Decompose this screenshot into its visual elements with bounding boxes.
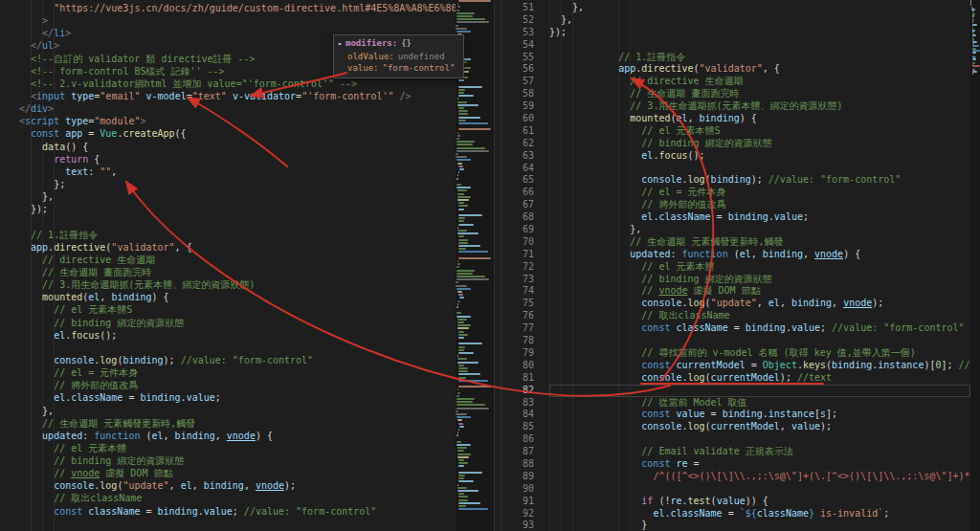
line-number[interactable]: 56 — [500, 63, 534, 76]
line-number[interactable]: 87 — [500, 446, 534, 458]
line-number[interactable]: 84 — [500, 409, 534, 421]
code-line[interactable]: "https://vue3js.cn/docs/zh/guide/custom-… — [19, 2, 456, 14]
line-number[interactable]: 74 — [500, 285, 534, 298]
code-line[interactable] — [549, 163, 970, 175]
code-line[interactable]: // 生命週期 元素觸發更新時,觸發 — [549, 236, 970, 249]
code-line[interactable]: console.log("update", el, binding, vnode… — [549, 298, 970, 310]
minimap-right[interactable] — [970, 0, 980, 531]
code-line[interactable]: }, — [549, 2, 970, 14]
line-number[interactable]: 90 — [500, 483, 534, 496]
editor-pane-left[interactable]: "https://vue3js.cn/docs/zh/guide/custom-… — [0, 0, 456, 531]
code-line[interactable]: const className = binding.value; //value… — [19, 505, 456, 518]
code-line[interactable]: const re = — [549, 458, 970, 471]
code-line[interactable]: console.log(binding); //value: "form-con… — [549, 174, 970, 187]
code-line[interactable]: }, — [549, 224, 970, 236]
code-line[interactable] — [549, 335, 970, 347]
code-line[interactable]: // binding 綁定的資源狀態 — [19, 317, 456, 329]
code-line[interactable] — [549, 39, 970, 52]
code-line[interactable]: // binding 綁定的資源狀態 — [549, 138, 970, 150]
code-line[interactable]: // binding 綁定的資源狀態 — [19, 454, 456, 467]
code-line[interactable] — [19, 215, 456, 228]
code-line[interactable]: // 1.註冊指令 — [549, 52, 970, 64]
code-area-left[interactable]: "https://vue3js.cn/docs/zh/guide/custom-… — [19, 2, 456, 530]
code-line[interactable]: console.log(currentModel); //text — [549, 372, 970, 385]
line-number[interactable]: 60 — [500, 113, 534, 125]
line-number[interactable]: 91 — [500, 496, 534, 508]
code-line[interactable]: }, — [19, 405, 456, 417]
line-number[interactable]: 62 — [500, 138, 534, 150]
code-line[interactable]: // 生命週期 畫面跑完時 — [549, 88, 970, 100]
line-number[interactable]: 76 — [500, 310, 534, 322]
code-line[interactable]: el.focus(); — [19, 329, 456, 342]
line-number[interactable]: 52 — [500, 14, 534, 27]
code-line[interactable]: }; — [19, 178, 456, 190]
line-number[interactable]: 73 — [500, 274, 534, 286]
line-number[interactable]: 89 — [500, 471, 534, 483]
code-line[interactable]: // 尋找當前的 v-model 名稱 (取得 key 值,並帶入第一個) — [549, 347, 970, 360]
line-number[interactable]: 80 — [500, 360, 534, 372]
line-number[interactable]: 79 — [500, 347, 534, 360]
code-line[interactable]: // 生命週期 畫面跑完時 — [19, 266, 456, 278]
code-line[interactable]: const app = Vue.createApp({ — [19, 127, 456, 140]
code-line[interactable]: // vnode 虛擬 DOM 節點 — [549, 285, 970, 298]
code-line[interactable]: // 生命週期 元素觸發更新時,觸發 — [19, 417, 456, 430]
line-number[interactable]: 65 — [500, 174, 534, 187]
line-number[interactable]: 68 — [500, 211, 534, 224]
minimap-left[interactable] — [456, 0, 494, 531]
line-number[interactable]: 59 — [500, 100, 534, 113]
code-line[interactable]: // directive 生命週期 — [19, 254, 456, 266]
code-line[interactable]: } — [549, 520, 970, 531]
code-line[interactable]: <input type="email" v-model="text" v-val… — [19, 90, 456, 102]
line-number[interactable]: 75 — [500, 298, 534, 310]
code-line[interactable]: const className = binding.value; //value… — [549, 322, 970, 335]
code-line[interactable]: mounted(el, binding) { — [549, 113, 970, 125]
expand-triangle-icon[interactable]: ▸ — [338, 38, 345, 51]
code-line[interactable]: // el 元素本體 — [19, 442, 456, 454]
code-line[interactable]: app.directive("validator", { — [19, 241, 456, 254]
code-line[interactable]: if (!re.test(value)) { — [549, 496, 970, 508]
code-line[interactable]: // el 元素本體 — [549, 261, 970, 274]
line-number[interactable]: 57 — [500, 76, 534, 88]
code-line[interactable]: el.className = `${className} is-invalid`… — [549, 508, 970, 520]
code-line[interactable]: // el = 元件本身 — [19, 366, 456, 379]
code-line[interactable]: /^(([^<>()\[\]\\.,;:\s@\"]+(\.[^<>()\[\]… — [549, 471, 970, 483]
line-number[interactable]: 93 — [500, 520, 534, 531]
code-line[interactable] — [549, 433, 970, 446]
line-number[interactable]: 78 — [500, 335, 534, 347]
code-line[interactable]: <script type="module"> — [19, 115, 456, 127]
line-number[interactable]: 58 — [500, 88, 534, 100]
line-number[interactable]: 53 — [500, 27, 534, 39]
code-line[interactable]: // 取出className — [19, 492, 456, 504]
line-number[interactable]: 86 — [500, 433, 534, 446]
line-number[interactable]: 61 — [500, 125, 534, 138]
code-line[interactable]: console.log(currentModel, value); — [549, 421, 970, 433]
code-line[interactable]: // el = 元件本身 — [549, 187, 970, 199]
line-number[interactable]: 71 — [500, 249, 534, 261]
code-line[interactable]: el.className = binding.value; — [19, 391, 456, 404]
code-line[interactable]: // 3.用生命週期抓(元素本體、綁定的資源狀態) — [19, 278, 456, 291]
code-area-right[interactable]: }, },}); // 1.註冊指令 app.directive("valida… — [544, 0, 970, 531]
code-line[interactable] — [19, 342, 456, 354]
code-line[interactable]: <!-- 2.v-validator綁html 並增加 value="'form… — [19, 77, 456, 90]
code-line[interactable]: updated: function (el, binding, vnode) { — [19, 430, 456, 442]
code-line[interactable]: updated: function (el, binding, vnode) { — [549, 249, 970, 261]
line-number[interactable]: 51 — [500, 2, 534, 14]
code-line[interactable]: data() { — [19, 141, 456, 153]
code-line[interactable]: // binding 綁定的資源狀態 — [549, 274, 970, 286]
code-line[interactable]: console.log(binding); //value: "form-con… — [19, 354, 456, 366]
code-line[interactable] — [549, 385, 970, 397]
line-number[interactable]: 85 — [500, 421, 534, 433]
line-number[interactable]: 66 — [500, 187, 534, 199]
code-line[interactable]: // el 元素本體S — [549, 125, 970, 138]
code-line[interactable]: // el 元素本體S — [19, 303, 456, 316]
code-line[interactable]: console.log("update", el, binding, vnode… — [19, 479, 456, 492]
code-line[interactable]: text: "", — [19, 166, 456, 178]
line-number[interactable]: 83 — [500, 397, 534, 409]
code-line[interactable]: }); — [19, 203, 456, 215]
line-number[interactable]: 70 — [500, 236, 534, 249]
code-line[interactable]: return { — [19, 153, 456, 166]
code-line[interactable] — [19, 518, 456, 530]
line-number[interactable]: 69 — [500, 224, 534, 236]
code-line[interactable]: // 將外部的值改爲 — [549, 199, 970, 211]
line-number[interactable]: 77 — [500, 322, 534, 335]
